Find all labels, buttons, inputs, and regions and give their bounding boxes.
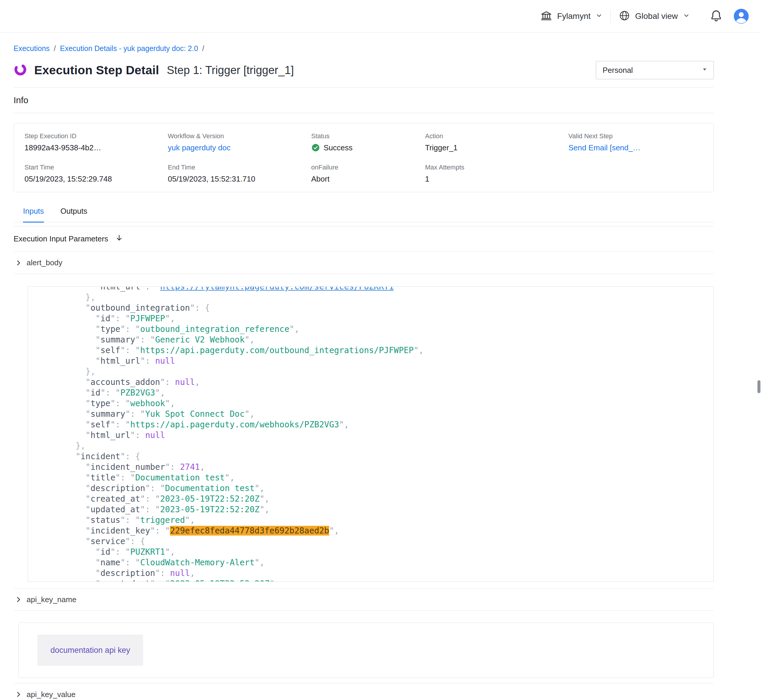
json-line: "html_url": null: [46, 430, 714, 441]
info-field: onFailureAbort: [311, 164, 425, 184]
json-line: },: [46, 441, 714, 451]
info-field-label: onFailure: [311, 164, 425, 171]
info-field-label: Start Time: [25, 164, 168, 171]
section-api-key-value[interactable]: api_key_value: [14, 683, 714, 700]
org-menu-label: Fylamynt: [557, 11, 591, 21]
info-field-label: Max Attempts: [425, 164, 568, 171]
tab-outputs[interactable]: Outputs: [61, 206, 87, 222]
info-field-label: Step Execution ID: [25, 132, 168, 140]
json-line: "service": {: [46, 536, 714, 547]
page-title: Execution Step Detail: [34, 63, 159, 77]
info-field: Max Attempts1: [425, 164, 568, 184]
page-header: Execution Step Detail Step 1: Trigger [t…: [14, 61, 714, 80]
json-line: "type": "outbound_integration_reference"…: [46, 324, 714, 334]
json-line: "incident_key": "229efec8feda44778d3fe69…: [46, 525, 714, 536]
api-key-name-card: documentation api key: [18, 622, 714, 678]
info-field-label: Action: [425, 132, 568, 140]
scope-select-value: Personal: [603, 66, 633, 75]
arrow-down-icon[interactable]: [115, 233, 124, 244]
info-field-value[interactable]: Send Email [send_…: [568, 143, 703, 152]
json-line: "incident": {: [46, 451, 714, 462]
info-field-label: Status: [311, 132, 425, 140]
status-badge: Success: [311, 143, 425, 152]
json-line: "type": "webhook",: [46, 398, 714, 409]
caret-down-icon: [700, 65, 709, 75]
check-circle-icon: [311, 143, 320, 152]
info-section-title: Info: [14, 95, 714, 105]
params-header-label: Execution Input Parameters: [14, 234, 108, 244]
json-content: "html_url": "https://fylamynt.pagerduty.…: [28, 286, 714, 582]
page-subtitle: Step 1: Trigger [trigger_1]: [167, 64, 294, 77]
scrollbar-thumb[interactable]: [758, 380, 760, 393]
info-card: Step Execution ID18992a43-9538-4b2…Workf…: [14, 123, 714, 192]
bell-icon: [710, 9, 723, 23]
breadcrumb-separator: /: [54, 44, 56, 53]
view-menu[interactable]: Global view: [611, 10, 698, 23]
json-line: "incident_number": 2741,: [46, 462, 714, 472]
info-field-value: 18992a43-9538-4b2…: [25, 143, 168, 152]
json-line: "name": "CloudWatch-Memory-Alert",: [46, 557, 714, 568]
avatar[interactable]: [733, 8, 749, 24]
json-line: "status": "triggered",: [46, 515, 714, 525]
info-field: Step Execution ID18992a43-9538-4b2…: [25, 132, 168, 152]
json-line: "summary": "Yuk Spot Connect Doc",: [46, 409, 714, 419]
json-line: "updated_at": "2023-05-19T22:52:20Z",: [46, 504, 714, 515]
scope-select[interactable]: Personal: [596, 61, 714, 79]
chevron-right-icon: [14, 690, 23, 699]
json-line: "accounts_addon": null,: [46, 377, 714, 388]
json-line: "outbound_integration": {: [46, 303, 714, 313]
info-field: ActionTrigger_1: [425, 132, 568, 152]
json-line: "description": "Documentation test",: [46, 483, 714, 494]
breadcrumb: Executions/Execution Details - yuk pager…: [14, 44, 714, 53]
json-line: "id": "PUZKRT1",: [46, 547, 714, 557]
tabs: InputsOutputs: [14, 206, 714, 222]
chevron-down-icon: [595, 12, 603, 20]
json-line: "summary": "Generic V2 Webhook",: [46, 334, 714, 345]
info-field-value: 05/19/2023, 15:52:31.710: [168, 174, 311, 184]
info-field-label: Valid Next Step: [568, 132, 703, 140]
chevron-right-icon: [14, 595, 23, 604]
divider: [14, 87, 714, 88]
divider: [14, 113, 714, 113]
info-field-label: End Time: [168, 164, 311, 171]
breadcrumb-link[interactable]: Executions: [14, 44, 50, 53]
topbar: Fylamynt Global view: [0, 0, 761, 33]
info-field-value[interactable]: yuk pagerduty doc: [168, 143, 311, 152]
info-field: End Time05/19/2023, 15:52:31.710: [168, 164, 311, 184]
tab-inputs[interactable]: Inputs: [23, 206, 44, 222]
info-field-value: Abort: [311, 174, 425, 184]
breadcrumb-link[interactable]: Execution Details - yuk pagerduty doc: 2…: [60, 44, 198, 53]
json-line: "created_at": "2023-05-19T22:52:20Z",: [46, 578, 714, 582]
section-label: alert_body: [27, 258, 62, 267]
json-viewer[interactable]: "html_url": "https://fylamynt.pagerduty.…: [28, 286, 714, 582]
json-line: "id": "PJFWPEP",: [46, 313, 714, 324]
json-line: "created_at": "2023-05-19T22:52:20Z",: [46, 494, 714, 504]
json-line: "self": "https://api.pagerduty.com/outbo…: [46, 345, 714, 356]
json-line: "description": null,: [46, 568, 714, 578]
json-line: "title": "Documentation test",: [46, 472, 714, 483]
globe-icon: [619, 10, 630, 23]
info-field: Status Success: [311, 132, 425, 152]
json-line: "self": "https://api.pagerduty.com/webho…: [46, 419, 714, 430]
info-field: Workflow & Versionyuk pagerduty doc: [168, 132, 311, 152]
breadcrumb-separator: /: [202, 44, 204, 53]
info-field: Start Time05/19/2023, 15:52:29.748: [25, 164, 168, 184]
section-label: api_key_name: [27, 595, 77, 604]
info-field: Valid Next StepSend Email [send_…: [568, 132, 703, 152]
json-line: "id": "PZB2VG3",: [46, 388, 714, 398]
section-alert-body[interactable]: alert_body: [14, 252, 714, 274]
json-line: "html_url": "https://fylamynt.pagerduty.…: [46, 286, 714, 292]
json-line: },: [46, 292, 714, 303]
org-menu[interactable]: Fylamynt: [532, 9, 611, 23]
section-api-key-name[interactable]: api_key_name: [14, 588, 714, 611]
info-field-label: Workflow & Version: [168, 132, 311, 140]
json-line: "html_url": null: [46, 356, 714, 366]
chevron-right-icon: [14, 258, 23, 267]
info-field-value: 05/19/2023, 15:52:29.748: [25, 174, 168, 184]
params-header: Execution Input Parameters: [14, 227, 714, 252]
bank-icon: [540, 9, 553, 23]
notifications-button[interactable]: [710, 9, 723, 23]
main-content: Executions/Execution Details - yuk pager…: [14, 44, 714, 700]
view-menu-label: Global view: [635, 11, 678, 21]
section-label: api_key_value: [27, 690, 75, 699]
